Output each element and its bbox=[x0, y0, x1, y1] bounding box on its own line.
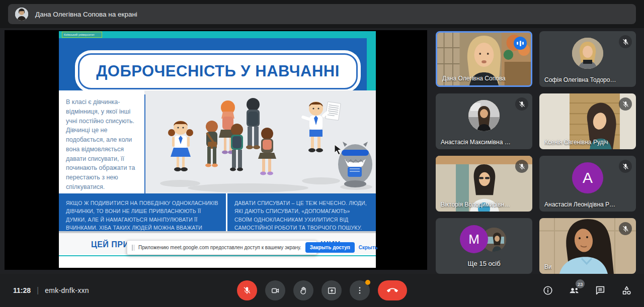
self-view-tile[interactable]: Ви bbox=[539, 218, 636, 274]
meeting-details-button[interactable] bbox=[541, 284, 554, 297]
notification-message: Приложению meet.google.com предоставлен … bbox=[138, 245, 301, 250]
notification-dot bbox=[365, 280, 370, 285]
presenting-banner: Дана Олегівна Сопова на екрані bbox=[8, 4, 636, 24]
shared-slide: Київський університет ДОБРОЧЕСНІСТЬ У НА… bbox=[59, 31, 376, 268]
participant-name: Анастасія Максимівна … bbox=[441, 139, 511, 146]
clock: 11:28 bbox=[13, 286, 31, 294]
activities-icon bbox=[621, 285, 632, 296]
walking-group bbox=[205, 98, 276, 175]
slide-body: В класі є дівчинка-відмінниця, у якої ін… bbox=[59, 90, 376, 193]
camera-icon bbox=[271, 286, 280, 295]
avatar-photo bbox=[468, 100, 500, 131]
mic-toggle-button[interactable] bbox=[237, 280, 257, 300]
participant-tile-anastasiia-l[interactable]: А Анастасія Леонідівна Р… bbox=[539, 156, 636, 212]
present-icon bbox=[327, 286, 337, 295]
slide-box-right-text: ДАВАТИ СПИСУВАТИ – ЦЕ ТЕЖ НЕЧЕСНО. ЛЮДИ,… bbox=[234, 199, 369, 232]
slide-top-bar bbox=[59, 31, 376, 38]
camera-toggle-button[interactable] bbox=[265, 280, 285, 300]
slide-title-bubble: ДОБРОЧЕСНІСТЬ У НАВЧАННІ bbox=[78, 53, 358, 89]
chat-icon bbox=[595, 285, 606, 296]
participant-initial-avatar: А bbox=[572, 162, 603, 193]
participants-button[interactable]: 23 bbox=[568, 284, 581, 297]
more-options-icon bbox=[355, 286, 364, 295]
screen-share-area: Київський університет ДОБРОЧЕСНІСТЬ У НА… bbox=[5, 30, 427, 270]
present-screen-button[interactable] bbox=[321, 280, 342, 300]
mic-off-icon bbox=[515, 97, 528, 111]
participant-avatar bbox=[468, 100, 500, 131]
activities-button[interactable] bbox=[620, 284, 633, 297]
slide-divider bbox=[144, 94, 145, 193]
browser-tab: Київський університет bbox=[62, 32, 102, 38]
separator: | bbox=[37, 286, 39, 295]
participant-tile-dana[interactable]: Дана Олегівна Сопова bbox=[436, 31, 532, 87]
participant-tile-sofiia[interactable]: Софія Олегівна Тодоро… bbox=[539, 31, 636, 87]
overflow-avatars: M bbox=[460, 225, 508, 254]
presenter-avatar-image bbox=[15, 8, 28, 21]
participant-name: Дана Олегівна Сопова bbox=[442, 75, 506, 82]
girl-figure bbox=[168, 121, 193, 171]
mic-off-icon bbox=[243, 286, 252, 295]
participant-name: Софія Олегівна Тодоро… bbox=[544, 76, 616, 83]
slide-side-bar bbox=[367, 38, 376, 95]
presenting-banner-text: Дана Олегівна Сопова на екрані bbox=[35, 11, 137, 18]
mic-off-icon bbox=[515, 160, 528, 173]
slide-illustration bbox=[147, 91, 376, 193]
overflow-initial-avatar: M bbox=[460, 225, 488, 253]
participants-count-badge: 23 bbox=[576, 279, 585, 288]
presenter-avatar bbox=[15, 8, 28, 21]
slide-story-column: В класі є дівчинка-відмінниця, у якої ін… bbox=[59, 90, 144, 193]
right-controls: 23 bbox=[541, 274, 633, 307]
mic-off-icon bbox=[619, 160, 632, 173]
slide-title: ДОБРОЧЕСНІСТЬ У НАВЧАННІ bbox=[96, 62, 340, 80]
raise-hand-button[interactable] bbox=[293, 280, 313, 300]
participant-tile-kseniia[interactable]: Ксенія Євгенівна Рудіч bbox=[539, 93, 636, 149]
slide-box-right: ДАВАТИ СПИСУВАТИ – ЦЕ ТЕЖ НЕЧЕСНО. ЛЮДИ,… bbox=[227, 193, 376, 231]
mic-off-icon bbox=[619, 97, 632, 111]
call-controls bbox=[237, 280, 407, 300]
hand-icon bbox=[299, 286, 308, 295]
avatar-initial: А bbox=[583, 169, 593, 186]
participant-tile-anastasiia-m[interactable]: Анастасія Максимівна … bbox=[436, 93, 532, 149]
self-label: Ви bbox=[544, 263, 552, 270]
stop-sharing-button[interactable]: Закрыть доступ bbox=[305, 242, 355, 253]
slide-bottom-line bbox=[59, 255, 376, 256]
bottom-bar: 11:28 | emk-dnfk-xxn 23 bbox=[0, 274, 644, 307]
mouse-cursor bbox=[335, 145, 341, 155]
mic-off-icon bbox=[619, 222, 632, 235]
mic-off-icon bbox=[619, 35, 632, 48]
chat-button[interactable] bbox=[594, 284, 607, 297]
info-icon bbox=[542, 285, 553, 296]
overflow-count-label: Ще 15 осіб bbox=[436, 260, 532, 267]
participant-name: Вікторія Володимирівн… bbox=[441, 201, 510, 208]
slide-box-left: ЯКЩО Ж ПОДИВИТИСЯ НА ПОВЕДІНКУ ОДНОКЛАСН… bbox=[59, 193, 226, 231]
wolf-mascot bbox=[338, 141, 372, 187]
audio-speaking-icon bbox=[514, 37, 527, 50]
participant-name: Ксенія Євгенівна Рудіч bbox=[544, 139, 608, 146]
hide-notification-button[interactable]: Скрыть bbox=[359, 245, 378, 250]
drag-handle-icon[interactable] bbox=[132, 245, 134, 251]
screen-share-notification: Приложению meet.google.com предоставлен … bbox=[127, 240, 317, 255]
more-options-button[interactable] bbox=[350, 280, 370, 300]
meeting-stage: Київський університет ДОБРОЧЕСНІСТЬ У НА… bbox=[0, 28, 644, 274]
participant-tile-viktoriia[interactable]: Вікторія Володимирівн… bbox=[436, 156, 532, 212]
end-call-icon bbox=[387, 285, 398, 296]
meeting-code: emk-dnfk-xxn bbox=[45, 286, 89, 294]
participant-avatar bbox=[572, 38, 603, 69]
participant-name: Анастасія Леонідівна Р… bbox=[544, 201, 615, 208]
slide-story-text: В класі є дівчинка-відмінниця, у якої ін… bbox=[66, 97, 138, 192]
overflow-participants-tile[interactable]: M Ще 15 осіб bbox=[436, 218, 532, 274]
top-strip: Дана Олегівна Сопова на екрані bbox=[0, 0, 644, 28]
meeting-info: 11:28 | emk-dnfk-xxn bbox=[13, 274, 89, 307]
leave-call-button[interactable] bbox=[378, 280, 407, 300]
avatar-photo bbox=[572, 38, 603, 69]
